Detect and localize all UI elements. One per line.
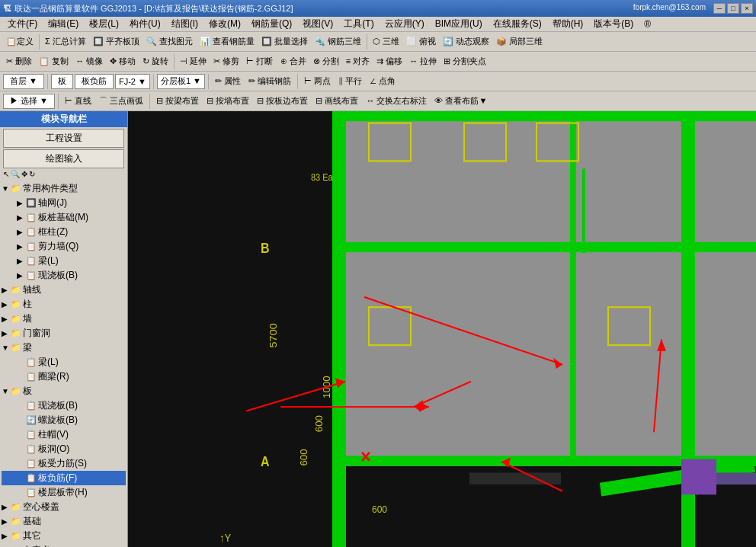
draw-line-button[interactable]: ⊟ 画线布置 [312, 93, 361, 110]
tree-wall-group[interactable]: ▶ 📁 墙 [2, 312, 126, 326]
menu-modify[interactable]: 修改(M) [204, 17, 245, 31]
stretch-button[interactable]: ↔ 拉伸 [406, 53, 440, 70]
merge-button[interactable]: ⊕ 合并 [277, 53, 309, 70]
find-element-button[interactable]: 🔍 查找图元 [143, 34, 196, 50]
tree-spiral-slab[interactable]: 🔄 螺旋板(B) [2, 413, 126, 427]
tab-fj2[interactable]: FJ-2 ▼ [115, 74, 150, 89]
by-beam-button[interactable]: ⊟ 按梁布置 [153, 93, 202, 110]
menu-help[interactable]: 帮助(H) [548, 17, 588, 31]
menu-drawing[interactable]: 结图(I) [167, 17, 203, 31]
project-settings-button[interactable]: 工程设置 [3, 129, 124, 148]
arc-button[interactable]: ⌒ 三点画弧 [96, 93, 146, 110]
folder-icon: 📁 [11, 184, 23, 194]
hole-icon: 📋 [26, 444, 38, 454]
break-button[interactable]: ⊢ 打断 [243, 53, 276, 70]
offset-button[interactable]: ⇉ 偏移 [373, 53, 405, 70]
copy-button[interactable]: 📋 复制 [36, 53, 72, 70]
tree-axis[interactable]: ▶ 📁 轴线 [2, 283, 126, 297]
menu-edit[interactable]: 编辑(E) [43, 17, 83, 31]
tab-layer[interactable]: 分层板1 ▼ [157, 74, 205, 89]
by-wall-button[interactable]: ⊟ 按墙布置 [203, 93, 252, 110]
menu-view[interactable]: 视图(V) [298, 17, 338, 31]
swap-annotation-button[interactable]: ↔ 交换左右标注 [363, 93, 430, 110]
menu-floor[interactable]: 楼层(L) [85, 17, 123, 31]
3d-button[interactable]: ⬡ 三维 [370, 34, 402, 50]
tree-pile-foundation[interactable]: ▶ 📋 板桩基础(M) [2, 210, 126, 225]
minimize-button[interactable]: ─ [713, 3, 726, 14]
canvas-area[interactable]: 5700 600 600 1000 600 B A 83 Ea ✕ [128, 111, 756, 547]
tree-beam[interactable]: ▶ 📋 梁(L) [2, 254, 126, 268]
title-text: 联达一品钢筋算量软件 GGJ2013 - [D:\结算及报告\联达报告(钢筋-2… [14, 3, 293, 14]
tree-foundation[interactable]: ▶ 📁 基础 [2, 514, 126, 529]
maximize-button[interactable]: □ [727, 3, 739, 14]
view-rebar-button[interactable]: 👁 查看布筋▼ [431, 93, 490, 110]
dynamic-view-button[interactable]: 🔄 动态观察 [440, 34, 492, 50]
define-button[interactable]: 📋 定义 [3, 34, 37, 50]
steel-3d-button[interactable]: 🔩 钢筋三维 [312, 34, 364, 50]
tree-slab-hole[interactable]: 📋 板洞(O) [2, 442, 126, 456]
menu-cloud[interactable]: 云应用(Y) [380, 17, 429, 31]
ring-beam-icon: 📋 [26, 372, 38, 382]
toolbar-edit: ✂ 删除 📋 复制 ↔ 镜像 ✥ 移动 ↻ 旋转 ⊣ 延伸 ✂ 修剪 ⊢ 打断 … [0, 52, 756, 72]
local-3d-button[interactable]: 📦 局部三维 [493, 34, 546, 50]
tree-hollow-floor[interactable]: ▶ 📁 空心楼盖 [2, 500, 126, 514]
tree-cast-slab[interactable]: ▶ 📋 现浇板(B) [2, 268, 126, 283]
split-button[interactable]: ⊗ 分割 [310, 53, 342, 70]
property-button[interactable]: ✏ 属性 [212, 73, 244, 90]
menu-steel-qty[interactable]: 钢筋量(Q) [247, 17, 296, 31]
tree-column[interactable]: ▶ 📋 框柱(Z) [2, 225, 126, 239]
edit-rebar-button[interactable]: ✏ 编辑钢筋 [245, 73, 294, 90]
view-steel-button[interactable]: 📊 查看钢筋量 [197, 34, 258, 50]
menubar: 文件(F) 编辑(E) 楼层(L) 构件(U) 结图(I) 修改(M) 钢筋量(… [0, 17, 756, 32]
tab-floor-first[interactable]: 首层 ▼ [3, 74, 44, 89]
parallel-button[interactable]: ∥ 平行 [335, 73, 365, 90]
menu-tools[interactable]: 工具(T) [339, 17, 378, 31]
rotate-button[interactable]: ↻ 旋转 [139, 53, 171, 70]
tree-neg-rebar[interactable]: 📋 板负筋(F) [2, 471, 126, 485]
menu-bim[interactable]: BIM应用(U) [431, 17, 487, 31]
drawing-input-button[interactable]: 绘图输入 [3, 149, 124, 168]
tab-select[interactable]: ▶ 选择 ▼ [3, 94, 55, 109]
tree-shear-wall[interactable]: ▶ 📋 剪力墙(Q) [2, 239, 126, 254]
move-button[interactable]: ✥ 移动 [107, 53, 139, 70]
split-grip-button[interactable]: ⊞ 分割夹点 [440, 53, 489, 70]
tree-cap[interactable]: 📋 柱帽(V) [2, 427, 126, 442]
batch-select-button[interactable]: 🔲 批量选择 [258, 34, 311, 50]
tab-component-board[interactable]: 板 [51, 74, 73, 89]
tree-beam-group[interactable]: ▼ 📁 梁 [2, 341, 126, 355]
tree-custom[interactable]: ▶ 📁 自定义 [2, 543, 126, 547]
tree-beam-L[interactable]: 📋 梁(L) [2, 355, 126, 369]
tree-floor-strip[interactable]: 📋 楼层板带(H) [2, 485, 126, 500]
tree-slab-group[interactable]: ▼ 📁 板 [2, 384, 126, 398]
sum-calc-button[interactable]: Σ 汇总计算 [42, 34, 89, 50]
beam-folder-icon: 📁 [11, 343, 23, 353]
tree-axis-grid[interactable]: ▶ 🔲 轴网(J) [2, 196, 126, 210]
tab-neg-rebar[interactable]: 板负筋 [75, 74, 114, 89]
two-point-button[interactable]: ⊢ 两点 [301, 73, 334, 90]
tree-others[interactable]: ▶ 📁 其它 [2, 529, 126, 543]
delete-button[interactable]: ✂ 删除 [3, 53, 35, 70]
level-top-button[interactable]: 🔲 平齐板顶 [90, 34, 143, 50]
tree-ring-beam[interactable]: 📋 圈梁(R) [2, 369, 126, 384]
tree-force-rebar[interactable]: 📋 板受力筋(S) [2, 456, 126, 471]
menu-reg[interactable]: ® [639, 18, 655, 30]
menu-online[interactable]: 在线服务(S) [489, 17, 546, 31]
point-angle-button[interactable]: ∠ 点角 [367, 73, 399, 90]
mirror-button[interactable]: ↔ 镜像 [72, 53, 106, 70]
line-button[interactable]: ⊢ 直线 [62, 93, 94, 110]
menu-component[interactable]: 构件(U) [125, 17, 165, 31]
menu-file[interactable]: 文件(F) [3, 17, 42, 31]
menu-version[interactable]: 版本号(B) [589, 17, 638, 31]
top-view-button[interactable]: ⬜ 俯视 [403, 34, 439, 50]
tree-cast-in-situ[interactable]: 📋 现浇板(B) [2, 398, 126, 413]
align-button[interactable]: ≡ 对齐 [343, 53, 373, 70]
close-button[interactable]: × [741, 3, 753, 14]
tree-common-types[interactable]: ▼ 📁 常用构件类型 [2, 181, 126, 196]
extend-button[interactable]: ⊣ 延伸 [177, 53, 210, 70]
titlebar: 🏗 联达一品钢筋算量软件 GGJ2013 - [D:\结算及报告\联达报告(钢筋… [0, 0, 756, 17]
trim-button[interactable]: ✂ 修剪 [210, 53, 242, 70]
tree-col-group[interactable]: ▶ 📁 柱 [2, 297, 126, 312]
by-board-edge-button[interactable]: ⊟ 按板边布置 [254, 93, 311, 110]
tree-door-window[interactable]: ▶ 📁 门窗洞 [2, 326, 126, 341]
sep-t2 [153, 74, 154, 89]
